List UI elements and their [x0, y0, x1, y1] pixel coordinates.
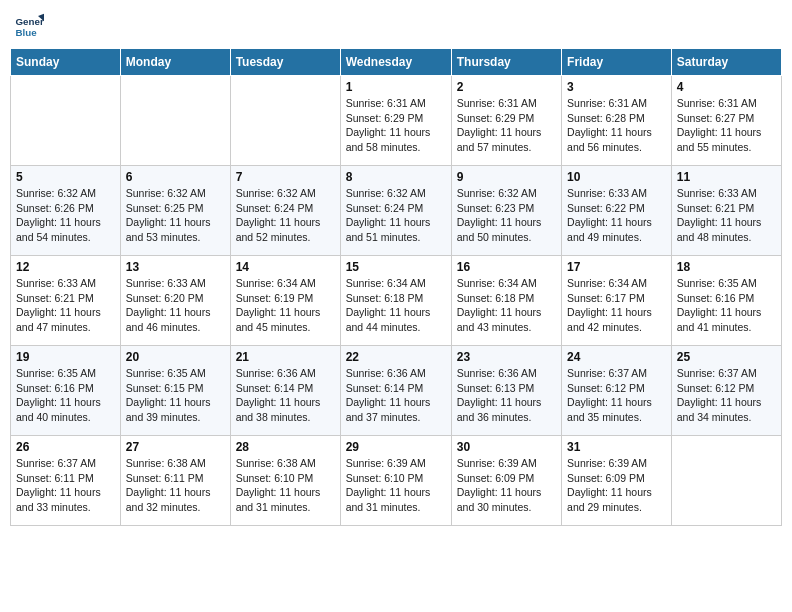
day-number: 16: [457, 260, 556, 274]
day-info: Sunrise: 6:32 AM Sunset: 6:26 PM Dayligh…: [16, 186, 115, 245]
day-info: Sunrise: 6:32 AM Sunset: 6:23 PM Dayligh…: [457, 186, 556, 245]
day-number: 29: [346, 440, 446, 454]
day-info: Sunrise: 6:32 AM Sunset: 6:25 PM Dayligh…: [126, 186, 225, 245]
calendar-cell: 30Sunrise: 6:39 AM Sunset: 6:09 PM Dayli…: [451, 436, 561, 526]
day-number: 9: [457, 170, 556, 184]
calendar-cell: 24Sunrise: 6:37 AM Sunset: 6:12 PM Dayli…: [562, 346, 672, 436]
day-number: 23: [457, 350, 556, 364]
calendar-header-friday: Friday: [562, 49, 672, 76]
calendar-cell: 2Sunrise: 6:31 AM Sunset: 6:29 PM Daylig…: [451, 76, 561, 166]
day-info: Sunrise: 6:34 AM Sunset: 6:18 PM Dayligh…: [346, 276, 446, 335]
day-number: 7: [236, 170, 335, 184]
day-number: 18: [677, 260, 776, 274]
day-number: 8: [346, 170, 446, 184]
calendar-cell: 27Sunrise: 6:38 AM Sunset: 6:11 PM Dayli…: [120, 436, 230, 526]
day-info: Sunrise: 6:38 AM Sunset: 6:10 PM Dayligh…: [236, 456, 335, 515]
calendar-cell: 23Sunrise: 6:36 AM Sunset: 6:13 PM Dayli…: [451, 346, 561, 436]
day-number: 21: [236, 350, 335, 364]
day-info: Sunrise: 6:37 AM Sunset: 6:12 PM Dayligh…: [677, 366, 776, 425]
calendar-cell: 22Sunrise: 6:36 AM Sunset: 6:14 PM Dayli…: [340, 346, 451, 436]
day-number: 20: [126, 350, 225, 364]
calendar-table: SundayMondayTuesdayWednesdayThursdayFrid…: [10, 48, 782, 526]
day-info: Sunrise: 6:35 AM Sunset: 6:16 PM Dayligh…: [677, 276, 776, 335]
logo-icon: General Blue: [14, 10, 44, 40]
day-number: 19: [16, 350, 115, 364]
day-number: 27: [126, 440, 225, 454]
day-number: 12: [16, 260, 115, 274]
day-number: 22: [346, 350, 446, 364]
calendar-cell: 19Sunrise: 6:35 AM Sunset: 6:16 PM Dayli…: [11, 346, 121, 436]
day-number: 30: [457, 440, 556, 454]
calendar-cell: 4Sunrise: 6:31 AM Sunset: 6:27 PM Daylig…: [671, 76, 781, 166]
calendar-cell: 16Sunrise: 6:34 AM Sunset: 6:18 PM Dayli…: [451, 256, 561, 346]
day-info: Sunrise: 6:36 AM Sunset: 6:14 PM Dayligh…: [236, 366, 335, 425]
calendar-cell: [671, 436, 781, 526]
day-number: 5: [16, 170, 115, 184]
day-number: 1: [346, 80, 446, 94]
day-info: Sunrise: 6:34 AM Sunset: 6:19 PM Dayligh…: [236, 276, 335, 335]
day-number: 2: [457, 80, 556, 94]
calendar-cell: 29Sunrise: 6:39 AM Sunset: 6:10 PM Dayli…: [340, 436, 451, 526]
logo: General Blue: [14, 10, 46, 40]
calendar-cell: 13Sunrise: 6:33 AM Sunset: 6:20 PM Dayli…: [120, 256, 230, 346]
svg-text:Blue: Blue: [16, 27, 38, 38]
calendar-cell: 14Sunrise: 6:34 AM Sunset: 6:19 PM Dayli…: [230, 256, 340, 346]
day-info: Sunrise: 6:34 AM Sunset: 6:17 PM Dayligh…: [567, 276, 666, 335]
calendar-cell: [120, 76, 230, 166]
day-info: Sunrise: 6:39 AM Sunset: 6:10 PM Dayligh…: [346, 456, 446, 515]
calendar-cell: 31Sunrise: 6:39 AM Sunset: 6:09 PM Dayli…: [562, 436, 672, 526]
day-number: 26: [16, 440, 115, 454]
day-info: Sunrise: 6:32 AM Sunset: 6:24 PM Dayligh…: [346, 186, 446, 245]
calendar-week-5: 26Sunrise: 6:37 AM Sunset: 6:11 PM Dayli…: [11, 436, 782, 526]
day-number: 6: [126, 170, 225, 184]
day-number: 31: [567, 440, 666, 454]
calendar-header-saturday: Saturday: [671, 49, 781, 76]
page-header: General Blue: [10, 10, 782, 40]
calendar-cell: 17Sunrise: 6:34 AM Sunset: 6:17 PM Dayli…: [562, 256, 672, 346]
day-info: Sunrise: 6:31 AM Sunset: 6:29 PM Dayligh…: [346, 96, 446, 155]
day-number: 14: [236, 260, 335, 274]
day-info: Sunrise: 6:31 AM Sunset: 6:29 PM Dayligh…: [457, 96, 556, 155]
day-info: Sunrise: 6:33 AM Sunset: 6:21 PM Dayligh…: [677, 186, 776, 245]
day-number: 25: [677, 350, 776, 364]
day-number: 24: [567, 350, 666, 364]
day-info: Sunrise: 6:33 AM Sunset: 6:21 PM Dayligh…: [16, 276, 115, 335]
calendar-week-1: 1Sunrise: 6:31 AM Sunset: 6:29 PM Daylig…: [11, 76, 782, 166]
calendar-header-wednesday: Wednesday: [340, 49, 451, 76]
calendar-cell: 11Sunrise: 6:33 AM Sunset: 6:21 PM Dayli…: [671, 166, 781, 256]
day-info: Sunrise: 6:37 AM Sunset: 6:12 PM Dayligh…: [567, 366, 666, 425]
calendar-cell: 15Sunrise: 6:34 AM Sunset: 6:18 PM Dayli…: [340, 256, 451, 346]
day-info: Sunrise: 6:39 AM Sunset: 6:09 PM Dayligh…: [457, 456, 556, 515]
calendar-cell: 20Sunrise: 6:35 AM Sunset: 6:15 PM Dayli…: [120, 346, 230, 436]
calendar-header-tuesday: Tuesday: [230, 49, 340, 76]
day-number: 15: [346, 260, 446, 274]
day-info: Sunrise: 6:33 AM Sunset: 6:20 PM Dayligh…: [126, 276, 225, 335]
calendar-cell: 7Sunrise: 6:32 AM Sunset: 6:24 PM Daylig…: [230, 166, 340, 256]
calendar-cell: 25Sunrise: 6:37 AM Sunset: 6:12 PM Dayli…: [671, 346, 781, 436]
svg-text:General: General: [16, 16, 45, 27]
calendar-cell: 6Sunrise: 6:32 AM Sunset: 6:25 PM Daylig…: [120, 166, 230, 256]
calendar-cell: 1Sunrise: 6:31 AM Sunset: 6:29 PM Daylig…: [340, 76, 451, 166]
calendar-cell: [230, 76, 340, 166]
day-info: Sunrise: 6:36 AM Sunset: 6:14 PM Dayligh…: [346, 366, 446, 425]
calendar-cell: 12Sunrise: 6:33 AM Sunset: 6:21 PM Dayli…: [11, 256, 121, 346]
day-info: Sunrise: 6:35 AM Sunset: 6:16 PM Dayligh…: [16, 366, 115, 425]
calendar-cell: 8Sunrise: 6:32 AM Sunset: 6:24 PM Daylig…: [340, 166, 451, 256]
calendar-header-sunday: Sunday: [11, 49, 121, 76]
calendar-cell: 28Sunrise: 6:38 AM Sunset: 6:10 PM Dayli…: [230, 436, 340, 526]
calendar-cell: 10Sunrise: 6:33 AM Sunset: 6:22 PM Dayli…: [562, 166, 672, 256]
calendar-week-2: 5Sunrise: 6:32 AM Sunset: 6:26 PM Daylig…: [11, 166, 782, 256]
calendar-cell: 3Sunrise: 6:31 AM Sunset: 6:28 PM Daylig…: [562, 76, 672, 166]
day-number: 28: [236, 440, 335, 454]
day-number: 3: [567, 80, 666, 94]
calendar-cell: 5Sunrise: 6:32 AM Sunset: 6:26 PM Daylig…: [11, 166, 121, 256]
day-info: Sunrise: 6:38 AM Sunset: 6:11 PM Dayligh…: [126, 456, 225, 515]
calendar-header-thursday: Thursday: [451, 49, 561, 76]
day-info: Sunrise: 6:34 AM Sunset: 6:18 PM Dayligh…: [457, 276, 556, 335]
calendar-cell: 21Sunrise: 6:36 AM Sunset: 6:14 PM Dayli…: [230, 346, 340, 436]
day-info: Sunrise: 6:31 AM Sunset: 6:28 PM Dayligh…: [567, 96, 666, 155]
day-number: 4: [677, 80, 776, 94]
day-info: Sunrise: 6:35 AM Sunset: 6:15 PM Dayligh…: [126, 366, 225, 425]
day-info: Sunrise: 6:32 AM Sunset: 6:24 PM Dayligh…: [236, 186, 335, 245]
calendar-week-3: 12Sunrise: 6:33 AM Sunset: 6:21 PM Dayli…: [11, 256, 782, 346]
